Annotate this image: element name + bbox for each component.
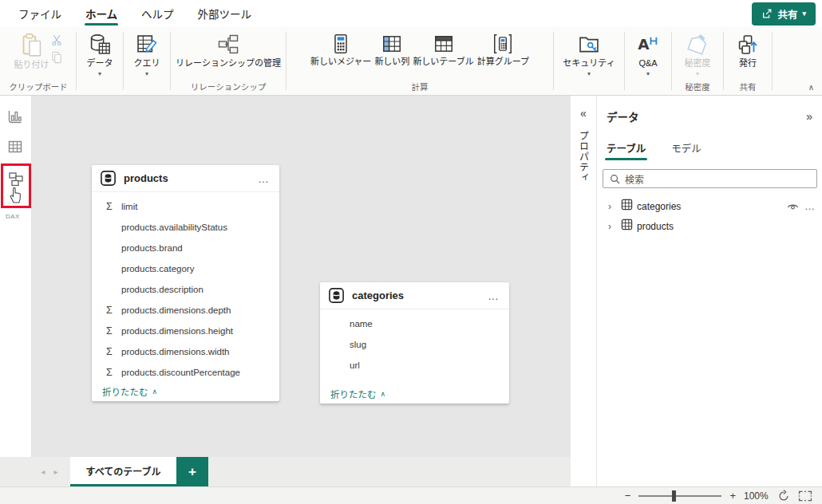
ribbon-divider [772, 32, 773, 90]
table-card-header[interactable]: categories … [320, 282, 509, 309]
calculation-group-button[interactable]: 計算グループ [477, 27, 529, 67]
collapse-ribbon-button[interactable]: ∧ [808, 83, 814, 92]
field-row[interactable]: Σ url [320, 355, 509, 376]
new-measure-button[interactable]: 新しいメジャー [310, 27, 371, 67]
sigma-icon: Σ [106, 201, 121, 212]
ribbon-group-clipboard: 貼り付け [2, 27, 75, 95]
translate-qa-icon: A [636, 33, 660, 57]
tab-scroll-left-icon[interactable]: ◂ [37, 467, 49, 476]
field-row[interactable]: Σ products.brand [92, 238, 279, 258]
field-row[interactable]: Σ products.description [92, 279, 279, 300]
sigma-icon: Σ [106, 346, 121, 357]
field-row[interactable]: Σ name [320, 313, 509, 334]
menu-item[interactable]: 外部ツール [186, 0, 264, 27]
field-row[interactable]: Σ slug [320, 334, 509, 355]
manage-relationships-icon [216, 33, 240, 57]
fit-to-screen-icon[interactable] [798, 490, 812, 502]
ribbon-divider [723, 32, 724, 90]
ribbon-divider [624, 32, 625, 90]
main-content: DAX products … [0, 96, 822, 486]
copy-button[interactable] [51, 51, 63, 64]
database-icon [88, 33, 112, 57]
more-options-icon[interactable]: … [258, 175, 270, 183]
menu-item[interactable]: ホーム [73, 0, 129, 27]
report-view-button[interactable] [7, 108, 23, 128]
collapse-table-link[interactable]: 折りたたむ ∧ [92, 382, 279, 401]
data-view-button[interactable] [7, 139, 23, 158]
more-options-icon[interactable]: … [488, 292, 500, 300]
tree-table-row[interactable]: › categories [597, 196, 822, 216]
tables-tree: › categories [597, 196, 822, 236]
add-layout-button[interactable]: + [176, 457, 208, 486]
table-card-products[interactable]: products … Σ limit Σ [92, 165, 279, 401]
menu-item[interactable]: ヘルプ [129, 0, 186, 27]
dax-view-label[interactable]: DAX [6, 213, 20, 220]
menu-item[interactable]: ファイル [6, 0, 73, 27]
paste-button[interactable]: 貼り付け [14, 27, 49, 70]
ribbon: 貼り付け [0, 27, 822, 96]
powerbi-model-view-window: ファイル ホーム ヘルプ 外部ツール 共有 ▾ [0, 0, 822, 504]
cut-button[interactable] [51, 34, 63, 46]
scissors-icon [51, 34, 63, 46]
field-row[interactable]: Σ products.dimensions.depth [92, 300, 279, 321]
chevron-down-icon: ▾ [145, 71, 148, 77]
manage-relationships-button[interactable]: リレーションシップの管理 [176, 27, 281, 69]
data-pane-title: データ [607, 108, 639, 124]
expand-properties-icon[interactable]: « [580, 107, 587, 120]
security-button[interactable]: セキュリティ ▾ [563, 27, 615, 77]
relationships-group-label: リレーションシップ [172, 81, 285, 95]
collapse-table-link[interactable]: 折りたたむ ∧ [320, 384, 509, 404]
ribbon-divider [123, 32, 124, 90]
copy-icon [51, 51, 63, 64]
tab-scroll-right-icon[interactable]: ▸ [49, 467, 62, 476]
report-view-icon [7, 108, 23, 124]
chevron-up-icon: ∧ [381, 390, 386, 398]
field-row[interactable]: Σ limit [92, 196, 279, 217]
data-pane-tab[interactable]: テーブル [605, 140, 647, 160]
field-row[interactable]: Σ products.discountPercentage [92, 362, 279, 382]
properties-pane-collapsed: « プロパティ [571, 96, 597, 486]
share-group-label: 共有 [725, 81, 771, 95]
status-bar: − + 100% [0, 486, 822, 504]
table-grid-icon [621, 219, 637, 234]
more-options-icon[interactable]: … [804, 203, 816, 210]
model-canvas[interactable]: products … Σ limit Σ [32, 96, 571, 457]
layout-tab-all-tables[interactable]: すべてのテーブル [70, 457, 176, 486]
publish-icon [736, 33, 760, 57]
expand-chevron-icon[interactable]: › [608, 201, 621, 212]
expand-chevron-icon[interactable]: › [608, 221, 621, 232]
share-button-label: 共有 [777, 6, 797, 22]
ribbon-group-security: セキュリティ ▾ [555, 27, 623, 95]
new-column-icon [381, 33, 403, 55]
table-card-header[interactable]: products … [92, 165, 279, 192]
zoom-out-button[interactable]: − [625, 490, 631, 502]
query-button[interactable]: クエリ ▾ [134, 27, 160, 77]
field-row[interactable]: Σ products.dimensions.width [92, 341, 279, 362]
collapse-data-pane-icon[interactable]: » [806, 110, 812, 123]
zoom-slider[interactable] [638, 495, 721, 497]
visibility-eye-icon[interactable] [787, 202, 799, 211]
data-button[interactable]: データ ▾ [87, 27, 113, 77]
field-row[interactable]: Σ products.dimensions.height [92, 321, 279, 341]
publish-button[interactable]: 発行 [736, 27, 760, 69]
tree-table-row[interactable]: › products [597, 216, 822, 236]
share-button[interactable]: 共有 ▾ [752, 2, 816, 26]
chevron-down-icon: ▾ [98, 71, 101, 77]
table-card-categories[interactable]: categories … Σ name Σ [320, 282, 509, 404]
zoom-in-button[interactable]: + [729, 490, 736, 502]
zoom-slider-handle[interactable] [672, 490, 676, 502]
qa-button[interactable]: A Q&A ▾ [636, 27, 660, 77]
new-column-button[interactable]: 新しい列 [374, 27, 409, 67]
table-name: categories [352, 289, 404, 301]
reset-zoom-icon[interactable] [777, 490, 790, 502]
data-pane-tab[interactable]: モデル [670, 140, 703, 160]
table-view-icon [7, 139, 23, 155]
clipboard-group-label: クリップボード [2, 81, 75, 95]
field-row[interactable]: Σ products.category [92, 258, 279, 279]
ribbon-group-share: 発行 共有 [725, 27, 771, 95]
field-row[interactable]: Σ products.availabilityStatus [92, 217, 279, 238]
search-input[interactable]: 検索 [603, 169, 817, 188]
query-edit-icon [135, 33, 159, 57]
new-table-button[interactable]: 新しいテーブル [413, 27, 473, 67]
sensitivity-button[interactable]: 秘密度 ▾ [685, 27, 711, 77]
